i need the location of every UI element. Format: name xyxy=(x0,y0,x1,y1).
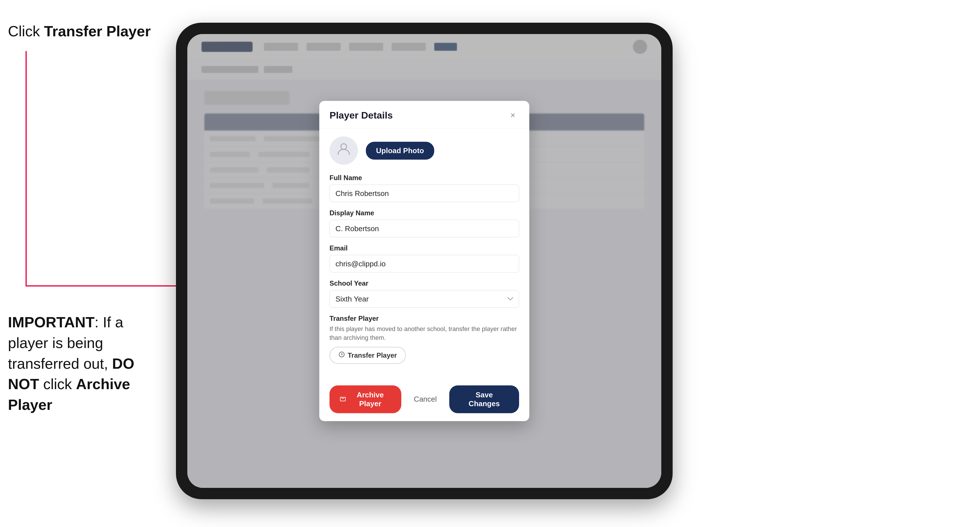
school-year-group: School Year First Year Second Year Third… xyxy=(329,279,519,308)
player-details-modal: Player Details × Upload Photo xyxy=(319,101,529,421)
email-label: Email xyxy=(329,244,519,252)
transfer-player-description: If this player has moved to another scho… xyxy=(329,325,519,342)
transfer-player-section: Transfer Player If this player has moved… xyxy=(329,314,519,364)
instruction-top: Click Transfer Player xyxy=(8,23,151,40)
save-changes-button[interactable]: Save Changes xyxy=(449,385,519,413)
archive-player-label: Archive Player xyxy=(349,390,391,408)
transfer-player-label: Transfer Player xyxy=(329,314,519,322)
transfer-player-button[interactable]: Transfer Player xyxy=(329,347,406,364)
display-name-input[interactable] xyxy=(329,220,519,237)
svg-rect-1 xyxy=(340,397,345,401)
school-year-select[interactable]: First Year Second Year Third Year Fourth… xyxy=(329,290,519,308)
modal-title: Player Details xyxy=(329,110,393,121)
cancel-button[interactable]: Cancel xyxy=(407,390,444,409)
full-name-label: Full Name xyxy=(329,174,519,182)
email-group: Email xyxy=(329,244,519,273)
school-year-label: School Year xyxy=(329,279,519,287)
archive-icon xyxy=(340,395,346,404)
modal-footer: Archive Player Cancel Save Changes xyxy=(319,379,529,421)
instruction-bottom: IMPORTANT: If a player is being transfer… xyxy=(8,312,167,415)
modal-close-button[interactable]: × xyxy=(507,109,519,121)
full-name-group: Full Name xyxy=(329,174,519,202)
red-line-vertical xyxy=(25,51,27,286)
tablet-device: Player Details × Upload Photo xyxy=(176,23,673,499)
display-name-label: Display Name xyxy=(329,209,519,217)
instruction-bold: Transfer Player xyxy=(44,23,151,40)
modal-header: Player Details × xyxy=(319,101,529,129)
important-label: IMPORTANT xyxy=(8,314,94,330)
transfer-player-btn-label: Transfer Player xyxy=(348,351,397,359)
avatar-person-icon xyxy=(336,141,351,160)
avatar-circle xyxy=(329,137,358,165)
upload-photo-button[interactable]: Upload Photo xyxy=(366,141,434,159)
transfer-icon xyxy=(339,351,345,359)
svg-point-0 xyxy=(341,144,347,149)
avatar-section: Upload Photo xyxy=(329,137,519,165)
email-input[interactable] xyxy=(329,255,519,273)
tablet-screen: Player Details × Upload Photo xyxy=(187,34,661,488)
modal-body: Upload Photo Full Name Display Name Emai… xyxy=(319,129,529,380)
full-name-input[interactable] xyxy=(329,185,519,202)
display-name-group: Display Name xyxy=(329,209,519,237)
archive-player-button[interactable]: Archive Player xyxy=(329,385,401,413)
instruction-prefix: Click xyxy=(8,23,44,40)
